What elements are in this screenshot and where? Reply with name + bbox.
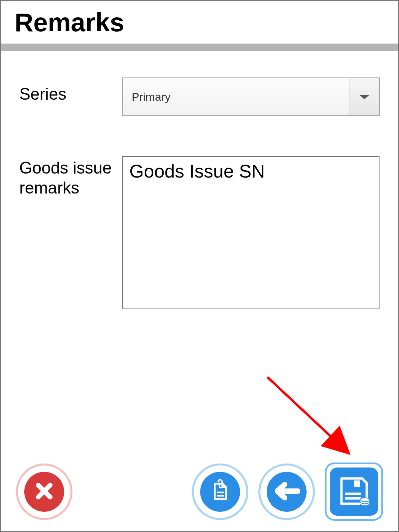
close-icon — [34, 480, 55, 503]
save-button[interactable] — [325, 463, 383, 521]
attachment-document-icon — [208, 479, 232, 504]
series-label: Series — [19, 77, 122, 104]
remarks-row: Goods issue remarks — [19, 156, 380, 309]
dialog-header: Remarks — [1, 1, 398, 44]
form-area: Series Primary Goods issue remarks — [1, 51, 398, 309]
action-toolbar — [1, 463, 398, 521]
series-row: Series Primary — [19, 77, 380, 116]
remarks-input[interactable] — [122, 156, 380, 309]
series-value: Primary — [132, 90, 171, 103]
cancel-button[interactable] — [16, 464, 72, 520]
page-title: Remarks — [15, 7, 388, 38]
remarks-label: Goods issue remarks — [19, 156, 122, 198]
save-disk-icon — [337, 474, 371, 509]
attachment-button[interactable] — [192, 464, 248, 520]
back-button[interactable] — [258, 464, 315, 520]
chevron-down-icon — [349, 78, 379, 115]
annotation-arrow-icon — [261, 370, 364, 464]
svg-rect-6 — [354, 480, 360, 487]
svg-marker-0 — [359, 95, 369, 99]
header-divider — [1, 44, 398, 51]
svg-line-1 — [267, 377, 345, 450]
remarks-dialog: Remarks Series Primary Goods issue remar… — [0, 0, 399, 532]
series-select[interactable]: Primary — [122, 77, 380, 116]
arrow-left-icon — [273, 481, 300, 502]
